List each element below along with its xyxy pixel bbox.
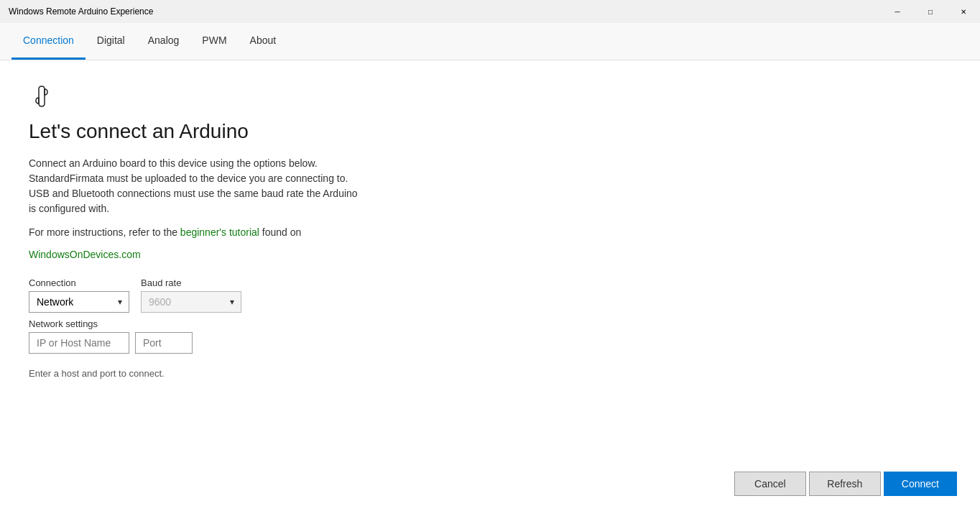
windows-on-devices-link[interactable]: WindowsOnDevices.com [29,249,951,260]
nav-bar: Connection Digital Analog PWM About [0,23,980,60]
baud-rate-select[interactable]: 9600 57600 115200 [141,291,241,313]
maximize-button[interactable]: □ [914,0,947,23]
port-input[interactable] [135,332,193,354]
baud-rate-group: Baud rate 9600 57600 115200 [141,277,241,313]
bottom-bar: Cancel Refresh Connect [734,472,957,496]
minimize-button[interactable]: ─ [881,0,914,23]
cancel-button[interactable]: Cancel [734,472,806,496]
refresh-button[interactable]: Refresh [809,472,881,496]
status-text: Enter a host and port to connect. [29,368,951,379]
page-title: Let's connect an Arduino [29,120,951,143]
connection-select[interactable]: Network USB Bluetooth [29,291,129,313]
baud-rate-select-wrapper: 9600 57600 115200 [141,291,241,313]
connect-button[interactable]: Connect [884,472,957,496]
tab-analog[interactable]: Analog [137,23,191,60]
connection-label: Connection [29,277,129,288]
title-bar: Windows Remote Arduino Experience ─ □ ✕ [0,0,980,23]
baud-rate-label: Baud rate [141,277,241,288]
tab-pwm[interactable]: PWM [190,23,238,60]
network-settings-label: Network settings [29,318,951,329]
tutorial-paragraph: For more instructions, refer to the begi… [29,225,366,240]
main-content: Let's connect an Arduino Connect an Ardu… [0,60,980,519]
arduino-icon [29,83,951,114]
connection-select-wrapper: Network USB Bluetooth [29,291,129,313]
window-controls: ─ □ ✕ [881,0,980,23]
beginners-tutorial-link[interactable]: beginner's tutorial [180,226,259,238]
close-button[interactable]: ✕ [947,0,980,23]
tab-digital[interactable]: Digital [85,23,137,60]
tab-about[interactable]: About [239,23,288,60]
window-title: Windows Remote Arduino Experience [9,6,153,17]
connection-form-row: Connection Network USB Bluetooth Baud ra… [29,277,951,313]
ip-hostname-input[interactable] [29,332,129,354]
description-text: Connect an Arduino board to this device … [29,156,366,216]
network-inputs [29,332,951,354]
tab-connection[interactable]: Connection [11,23,85,60]
connection-group: Connection Network USB Bluetooth [29,277,129,313]
